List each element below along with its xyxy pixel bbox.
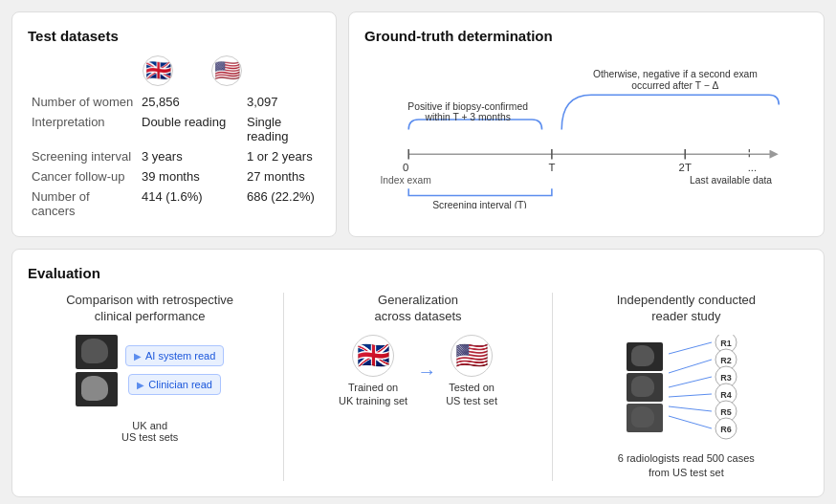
evaluation-card: Evaluation Comparison with retrospective… (11, 249, 825, 497)
row-us: 3,097 (243, 92, 320, 112)
ai-label: AI system read (145, 350, 215, 362)
svg-line-18 (669, 377, 712, 387)
table-row: Number of cancers 414 (1.6%) 686 (22.2%) (28, 186, 320, 221)
tested-label: Tested onUS test set (446, 381, 497, 408)
eval-divider-1 (283, 293, 284, 481)
test-datasets-title: Test datasets (28, 28, 320, 44)
svg-line-17 (669, 360, 712, 373)
row-label: Number of women (28, 92, 138, 112)
ground-truth-title: Ground-truth determination (364, 28, 808, 44)
row-uk: 3 years (138, 146, 243, 166)
svg-line-21 (669, 416, 712, 428)
test-datasets-card: Test datasets 🇬🇧 🇺🇸 Number of women 25,8… (11, 11, 337, 237)
svg-text:R5: R5 (721, 407, 733, 417)
data-table: Number of women 25,856 3,097Interpretati… (28, 92, 320, 221)
table-row: Screening interval 3 years 1 or 2 years (28, 146, 320, 166)
row-label: Screening interval (28, 146, 138, 166)
row-label: Cancer follow-up (28, 166, 138, 186)
svg-text:T: T (548, 162, 555, 173)
reader-study-bottom: 6 radiologists read 500 casesfrom US tes… (618, 451, 755, 481)
svg-text:R1: R1 (721, 339, 733, 348)
arrow-right-icon2: ▶ (137, 380, 144, 390)
svg-text:...: ... (748, 162, 757, 173)
reader-mammo-1 (627, 342, 663, 371)
eval-col-reader: Independently conductedreader study (564, 293, 808, 481)
svg-text:R6: R6 (721, 425, 733, 434)
svg-text:R3: R3 (721, 373, 733, 383)
svg-text:R4: R4 (721, 390, 733, 400)
reader-mammo-2 (627, 373, 663, 402)
svg-line-16 (669, 342, 712, 354)
mammogram-stack (76, 335, 118, 406)
ai-system-read-btn: ▶ AI system read (125, 345, 224, 366)
eval-col1-title: Comparison with retrospectiveclinical pe… (66, 293, 233, 325)
svg-text:Screening interval (T): Screening interval (T) (432, 200, 527, 208)
clinician-read-btn: ▶ Clinician read (128, 374, 221, 395)
svg-text:Positive if biopsy-confirmed: Positive if biopsy-confirmed (407, 101, 528, 112)
svg-text:0: 0 (403, 162, 408, 173)
row-uk: 25,856 (138, 92, 243, 112)
uk-us-label: UK andUS test sets (121, 420, 178, 443)
reader-mammo-3 (627, 404, 663, 432)
row-label: Interpretation (28, 112, 138, 146)
gen-arrow-icon: → (417, 361, 436, 383)
flags-row: 🇬🇧 🇺🇸 (143, 55, 320, 86)
reader-mammo-stack (627, 342, 663, 432)
eval-col3-title: Independently conductedreader study (617, 293, 756, 325)
gt-svg: 0 T 2T ... Index exam Positive if biopsy… (364, 55, 808, 208)
row-label: Number of cancers (28, 186, 138, 221)
gt-diagram: 0 T 2T ... Index exam Positive if biopsy… (364, 55, 808, 208)
reader-study: R1 R2 R3 R4 R5 R6 (627, 335, 745, 440)
row-us: 1 or 2 years (243, 146, 320, 166)
eval-inner: Comparison with retrospectiveclinical pe… (28, 293, 808, 481)
mammogram-top (76, 335, 118, 369)
eval-col2-title: Generalizationacross datasets (374, 293, 461, 325)
top-row: Test datasets 🇬🇧 🇺🇸 Number of women 25,8… (11, 11, 825, 237)
svg-text:Index exam: Index exam (380, 175, 430, 186)
svg-text:within T + 3 months: within T + 3 months (424, 112, 510, 122)
row-us: 27 months (243, 166, 320, 186)
reader-lines-container: R1 R2 R3 R4 R5 R6 (669, 335, 745, 440)
mammogram-bottom (76, 372, 118, 406)
row-us: 686 (22.2%) (243, 186, 320, 221)
row-uk: 39 months (138, 166, 243, 186)
eval-col-comparison: Comparison with retrospectiveclinical pe… (28, 293, 272, 443)
table-row: Interpretation Double reading Single rea… (28, 112, 320, 146)
svg-text:occurred after T − Δ: occurred after T − Δ (631, 80, 718, 91)
row-us: Single reading (243, 112, 320, 146)
uk-flag: 🇬🇧 (143, 55, 173, 86)
row-uk: 414 (1.6%) (138, 186, 243, 221)
clinician-label: Clinician read (148, 379, 212, 390)
row-uk: Double reading (138, 112, 243, 146)
svg-text:R2: R2 (721, 356, 733, 365)
svg-line-20 (669, 406, 712, 411)
gen-us-flag: 🇺🇸 (451, 335, 493, 377)
gen-arrows: 🇬🇧 Trained onUK training set → 🇺🇸 Tested… (339, 335, 497, 408)
arrows-col: ▶ AI system read ▶ Clinician read (125, 345, 224, 395)
svg-text:Last available data: Last available data (690, 175, 772, 186)
us-flag: 🇺🇸 (211, 55, 242, 86)
eval-divider-2 (552, 293, 553, 481)
ground-truth-card: Ground-truth determination (348, 11, 825, 237)
gen-uk-flag: 🇬🇧 (352, 335, 394, 377)
eval-col-generalization: Generalizationacross datasets 🇬🇧 Trained… (296, 293, 539, 415)
table-row: Number of women 25,856 3,097 (28, 92, 320, 112)
arrow-right-icon: ▶ (134, 351, 142, 362)
table-row: Cancer follow-up 39 months 27 months (28, 166, 320, 186)
main-container: Test datasets 🇬🇧 🇺🇸 Number of women 25,8… (11, 11, 825, 497)
evaluation-title: Evaluation (28, 265, 808, 281)
reader-lines-svg: R1 R2 R3 R4 R5 R6 (669, 335, 745, 440)
ai-comparison: ▶ AI system read ▶ Clinician read (76, 335, 224, 406)
svg-text:Otherwise, negative if a secon: Otherwise, negative if a second exam (593, 69, 758, 79)
svg-text:2T: 2T (679, 162, 692, 173)
trained-label: Trained onUK training set (339, 381, 407, 408)
svg-line-19 (669, 394, 712, 397)
